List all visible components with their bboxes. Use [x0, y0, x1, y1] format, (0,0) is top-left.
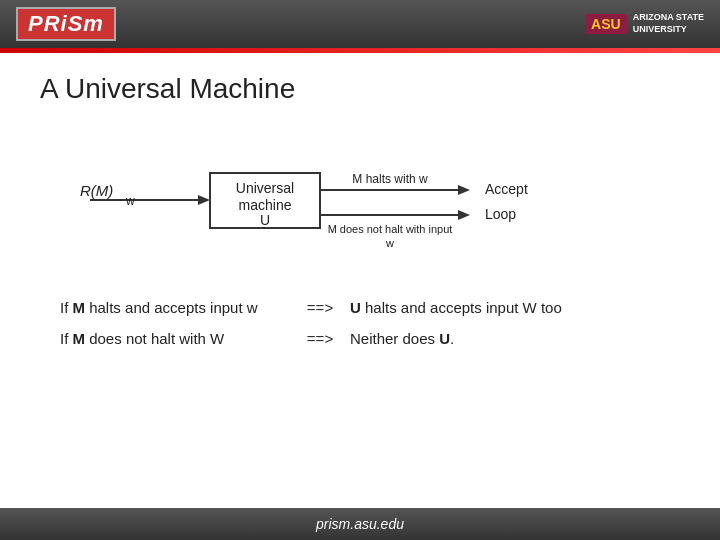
statement-2-right: Neither does U.: [350, 330, 454, 347]
svg-text:w: w: [125, 194, 135, 208]
diagram-container: R(M) w Universal machine U M halts with …: [70, 135, 680, 269]
svg-text:Loop: Loop: [485, 206, 516, 222]
statement-1-arrow: ==>: [290, 299, 350, 316]
asu-university-text: ARIZONA STATEUNIVERSITY: [633, 12, 704, 35]
statement-row-1: If M halts and accepts input w ==> U hal…: [60, 299, 660, 316]
prism-logo: PRiSm: [16, 7, 116, 41]
asu-logo: ASU ARIZONA STATEUNIVERSITY: [585, 12, 704, 35]
svg-text:w: w: [385, 237, 394, 249]
svg-marker-1: [198, 195, 210, 205]
svg-text:Accept: Accept: [485, 181, 528, 197]
statement-1-left: If M halts and accepts input w: [60, 299, 290, 316]
page-title: A Universal Machine: [40, 73, 680, 105]
svg-text:M does not halt with input: M does not halt with input: [328, 223, 453, 235]
svg-text:machine: machine: [239, 197, 292, 213]
svg-text:U: U: [260, 212, 270, 228]
main-content: A Universal Machine R(M) w Universal mac…: [0, 53, 720, 381]
svg-marker-9: [458, 185, 470, 195]
prism-logo-text: PRiSm: [28, 11, 104, 36]
statement-2-arrow: ==>: [290, 330, 350, 347]
text-section: If M halts and accepts input w ==> U hal…: [40, 299, 680, 347]
asu-logo-mark: ASU: [585, 14, 627, 34]
footer: prism.asu.edu: [0, 508, 720, 540]
header: PRiSm ASU ARIZONA STATEUNIVERSITY: [0, 0, 720, 48]
diagram-svg: R(M) w Universal machine U M halts with …: [70, 135, 650, 265]
svg-text:Universal: Universal: [236, 180, 294, 196]
svg-text:R(M): R(M): [80, 182, 113, 199]
svg-marker-13: [458, 210, 470, 220]
statement-1-right: U halts and accepts input W too: [350, 299, 562, 316]
footer-url: prism.asu.edu: [316, 516, 404, 532]
statement-2-left: If M does not halt with W: [60, 330, 290, 347]
svg-text:M halts with w: M halts with w: [352, 172, 428, 186]
statement-row-2: If M does not halt with W ==> Neither do…: [60, 330, 660, 347]
